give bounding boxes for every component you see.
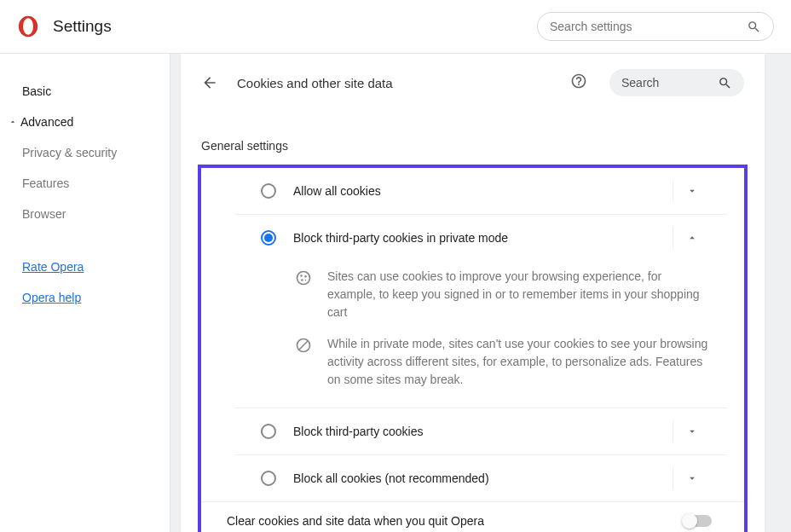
sidebar-item-privacy[interactable]: Privacy & security — [0, 137, 170, 168]
sidebar-item-browser[interactable]: Browser — [0, 199, 170, 229]
svg-point-5 — [301, 279, 303, 281]
svg-point-3 — [300, 275, 303, 277]
back-button[interactable] — [201, 74, 218, 91]
chevron-down-icon — [686, 185, 698, 197]
opera-logo — [17, 15, 39, 38]
radio-block-all[interactable] — [261, 471, 276, 486]
sidebar-advanced[interactable]: Advanced — [0, 107, 170, 137]
radio-block-third[interactable] — [261, 424, 276, 439]
header-search[interactable] — [537, 12, 774, 41]
svg-point-1 — [23, 18, 33, 35]
option-block-third[interactable]: Block third-party cookies — [235, 408, 727, 454]
expand-button[interactable] — [673, 180, 710, 202]
expand-button[interactable] — [673, 420, 710, 442]
option-label: Block all cookies (not recommended) — [293, 471, 673, 485]
option-label: Block third-party cookies — [293, 425, 673, 438]
section-title: General settings — [201, 139, 744, 153]
detail-item: Sites can use cookies to improve your br… — [235, 261, 727, 328]
page-title: Cookies and other site data — [237, 76, 393, 90]
header-title: Settings — [53, 17, 112, 36]
toggle-clear-on-quit[interactable]: Clear cookies and site data when you qui… — [201, 501, 744, 532]
detail-text: While in private mode, sites can't use y… — [327, 335, 710, 389]
expand-button[interactable] — [673, 467, 710, 489]
help-button[interactable] — [570, 72, 587, 93]
option-label: Block third-party cookies in private mod… — [293, 231, 673, 245]
collapse-button[interactable] — [673, 227, 710, 249]
sidebar-advanced-label: Advanced — [20, 115, 73, 129]
svg-line-8 — [299, 341, 308, 350]
svg-point-6 — [305, 280, 307, 281]
svg-point-2 — [297, 272, 310, 285]
cookie-icon — [295, 269, 312, 290]
detail-text: Sites can use cookies to improve your br… — [327, 268, 710, 321]
option-label: Allow all cookies — [293, 184, 673, 198]
sidebar-basic[interactable]: Basic — [0, 76, 170, 107]
page-search-label: Search — [621, 76, 718, 90]
toggle-switch[interactable] — [683, 515, 712, 527]
sidebar-item-features[interactable]: Features — [0, 168, 170, 199]
arrow-left-icon — [201, 74, 218, 91]
radio-block-private[interactable] — [261, 230, 276, 246]
toggle-label: Clear cookies and site data when you qui… — [227, 514, 683, 528]
sidebar-link-help[interactable]: Opera help — [0, 282, 170, 313]
option-block-all[interactable]: Block all cookies (not recommended) — [235, 454, 727, 501]
help-icon — [570, 72, 587, 90]
highlight-box: Allow all cookies Block third-party cook… — [198, 165, 748, 532]
sidebar: Basic Advanced Privacy & security Featur… — [0, 54, 170, 532]
svg-point-4 — [304, 275, 307, 278]
chevron-down-icon — [686, 425, 698, 437]
chevron-up-icon — [686, 232, 698, 244]
header-search-input[interactable] — [550, 20, 747, 33]
page-search[interactable]: Search — [609, 69, 744, 96]
detail-item: While in private mode, sites can't use y… — [235, 328, 727, 396]
radio-allow-all[interactable] — [261, 183, 276, 199]
option-block-private[interactable]: Block third-party cookies in private mod… — [235, 214, 727, 261]
option-allow-all[interactable]: Allow all cookies — [235, 168, 727, 214]
chevron-down-icon — [686, 472, 698, 484]
search-icon — [747, 20, 761, 34]
chevron-up-icon — [9, 115, 20, 129]
search-icon — [718, 76, 732, 90]
sidebar-link-rate[interactable]: Rate Opera — [0, 252, 170, 282]
block-icon — [295, 337, 312, 357]
